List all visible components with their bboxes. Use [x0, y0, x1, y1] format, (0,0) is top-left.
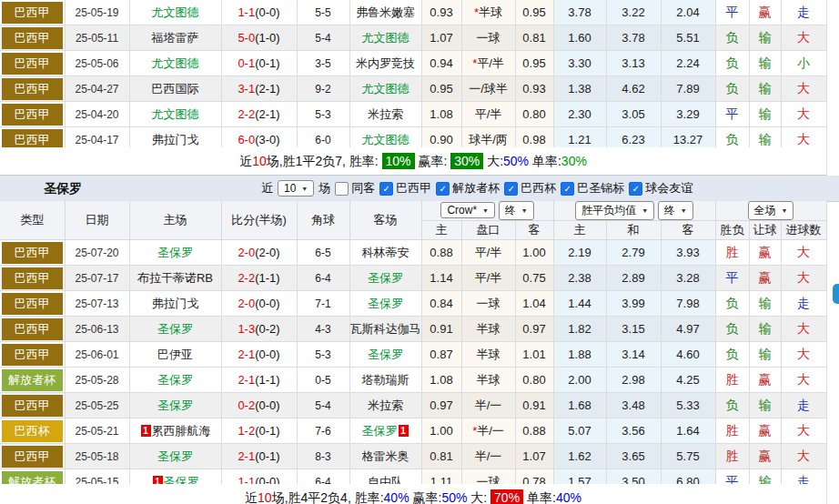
league-badge: 巴西甲 — [2, 78, 63, 100]
euro-away-odds-cell: 4.25 — [661, 368, 715, 393]
fulltime-score: 0-2 — [238, 398, 255, 412]
league-filter-checkbox[interactable]: ✓球会友谊 — [629, 180, 692, 197]
result-handicap-cell: 输 — [749, 342, 781, 368]
asian-source-select[interactable]: Crow*▼ — [440, 202, 495, 218]
away-team-cell[interactable]: 圣保罗 — [349, 266, 421, 291]
checkbox-checked-icon[interactable]: ✓ — [629, 182, 642, 196]
league-filter-checkbox[interactable]: ✓解放者杯 — [436, 180, 500, 197]
result-goals-cell: 大 — [781, 418, 826, 444]
league-badge: 巴西甲 — [2, 267, 63, 289]
date-cell: 25-07-13 — [65, 291, 129, 317]
score-cell: 2-1(0-1) — [221, 444, 297, 469]
summary-segment: 场,胜4平2负4, 胜率: — [272, 490, 384, 504]
asian-handicap-cell: 一球 — [461, 25, 515, 51]
checkbox-checked-icon[interactable]: ✓ — [561, 182, 574, 196]
result-handicap-cell: 输 — [749, 76, 781, 102]
result-scope-select[interactable]: 全场▼ — [748, 201, 794, 220]
home-team-cell[interactable]: 圣保罗 — [129, 393, 221, 418]
league-cell: 巴西甲 — [0, 342, 65, 368]
fulltime-score: 1-1 — [238, 5, 255, 19]
sub-header-handicap: 盘口 — [461, 221, 515, 240]
asian-home-odds-cell: 0.81 — [421, 444, 461, 469]
asian-home-odds-cell: 0.91 — [421, 317, 461, 342]
home-team-cell[interactable]: 圣保罗 — [129, 317, 221, 342]
away-team-cell[interactable]: 塔勒瑞斯 — [349, 368, 421, 393]
league-cell: 巴西甲 — [0, 393, 65, 418]
away-team-cell[interactable]: 米拉索 — [349, 393, 421, 418]
result-outcome-cell: 负 — [715, 393, 749, 418]
side-panel-handle[interactable] — [833, 284, 839, 304]
euro-home-odds-cell: 1.88 — [553, 342, 606, 368]
home-team-cell[interactable]: 圣保罗 — [129, 444, 221, 469]
summary-segment: 40% — [556, 490, 581, 504]
recent-count-select[interactable]: 10 ▼ — [278, 180, 314, 197]
home-team-cell[interactable]: 圣保罗 — [129, 240, 221, 266]
home-team-cell[interactable]: 福塔雷萨 — [129, 25, 221, 51]
away-team-cell[interactable]: 弗鲁米嫩塞 — [349, 0, 421, 25]
league-badge: 巴西甲 — [2, 104, 63, 126]
euro-away-odds-cell: 2.24 — [661, 51, 715, 76]
summary-segment: 70% — [490, 489, 523, 504]
league-filter-checkbox[interactable]: ✓巴圣锦标 — [561, 180, 624, 197]
summary-segment: 近 — [239, 154, 252, 168]
fulltime-score: 2-1 — [238, 348, 255, 361]
chevron-down-icon: ▼ — [782, 207, 788, 214]
league-badge: 巴西甲 — [2, 27, 63, 49]
section-title: 圣保罗 — [44, 176, 82, 201]
away-team-cell[interactable]: 尤文图德 — [349, 25, 421, 51]
corner-cell: 3-5 — [297, 51, 349, 76]
euro-state-select[interactable]: 终▼ — [658, 201, 693, 220]
home-team-cell[interactable]: 尤文图德 — [129, 0, 221, 25]
date-cell: 25-04-20 — [65, 102, 129, 127]
league-filter-checkbox[interactable]: ✓巴西杯 — [504, 180, 556, 197]
home-team-cell[interactable]: 弗拉门戈 — [129, 291, 221, 317]
result-goals-cell: 大 — [781, 444, 826, 469]
away-team-cell[interactable]: 圣保罗 — [349, 342, 421, 368]
away-team-cell[interactable]: 米内罗竞技 — [349, 51, 421, 76]
result-handicap-cell: 赢 — [749, 266, 781, 291]
halftime-score: (0-1) — [255, 424, 279, 438]
away-team-cell[interactable]: 圣保罗1 — [349, 418, 421, 444]
checkbox-checked-icon[interactable]: ✓ — [504, 182, 518, 196]
away-team-cell[interactable]: 圣保罗 — [349, 291, 421, 317]
checkbox-checked-icon[interactable]: ✓ — [436, 182, 450, 196]
sub-header-euro-home: 主 — [553, 221, 606, 240]
euro-home-odds-cell: 2.00 — [553, 368, 606, 393]
home-team-cell[interactable]: 尤文图德 — [129, 51, 221, 76]
league-badge: 巴西甲 — [2, 293, 63, 315]
asian-away-odds-cell: 0.95 — [515, 0, 553, 25]
home-team-cell[interactable]: 布拉干蒂诺RB — [129, 266, 221, 291]
col-header-home: 主场 — [129, 201, 221, 240]
match-row: 巴西甲 25-06-01 巴伊亚 2-1(0-0) 5-3 圣保罗 0.87 半… — [0, 342, 826, 368]
asian-away-odds-cell: 0.80 — [515, 368, 553, 393]
away-team-cell[interactable]: 尤文图德 — [349, 76, 421, 102]
home-team-cell[interactable]: 巴西国际 — [129, 76, 221, 102]
corner-cell: 7-6 — [297, 418, 349, 444]
home-team-cell[interactable]: 尤文图德 — [129, 102, 221, 127]
summary-segment: 单率: — [523, 490, 556, 504]
checkbox-checked-icon[interactable]: ✓ — [379, 182, 393, 196]
result-outcome-cell: 胜 — [715, 444, 749, 469]
halftime-score: (3-0) — [255, 133, 279, 146]
match-row: 巴西甲 25-05-06 尤文图德 0-1(0-1) 3-5 米内罗竞技 0.9… — [0, 51, 826, 76]
asian-state-select[interactable]: 终▼ — [499, 201, 534, 220]
home-team-cell[interactable]: 1累西腓航海 — [129, 418, 221, 444]
league-badge: 巴西甲 — [2, 446, 63, 468]
same-away-checkbox[interactable]: 同客 — [335, 180, 375, 197]
checkbox-unchecked-icon[interactable] — [335, 182, 349, 196]
home-team-cell[interactable]: 圣保罗 — [129, 368, 221, 393]
result-goals-cell: 大 — [781, 266, 826, 291]
date-cell: 25-04-27 — [65, 76, 129, 102]
away-team-cell[interactable]: 科林蒂安 — [349, 240, 421, 266]
euro-draw-odds-cell: 3.22 — [606, 0, 661, 25]
away-team-cell[interactable]: 格雷米奥 — [349, 444, 421, 469]
home-team-cell[interactable]: 巴伊亚 — [129, 342, 221, 368]
summary-segment: 10 — [252, 154, 267, 168]
league-filter-checkbox[interactable]: ✓巴西甲 — [379, 180, 431, 197]
euro-source-select[interactable]: 胜平负均值▼ — [575, 201, 654, 220]
asian-away-odds-cell: 0.80 — [515, 102, 553, 127]
away-team-cell[interactable]: 瓦斯科达伽马 — [349, 317, 421, 342]
away-team-cell[interactable]: 米拉索 — [349, 102, 421, 127]
euro-away-odds-cell: 1.64 — [661, 418, 715, 444]
chevron-down-icon: ▼ — [642, 207, 648, 214]
